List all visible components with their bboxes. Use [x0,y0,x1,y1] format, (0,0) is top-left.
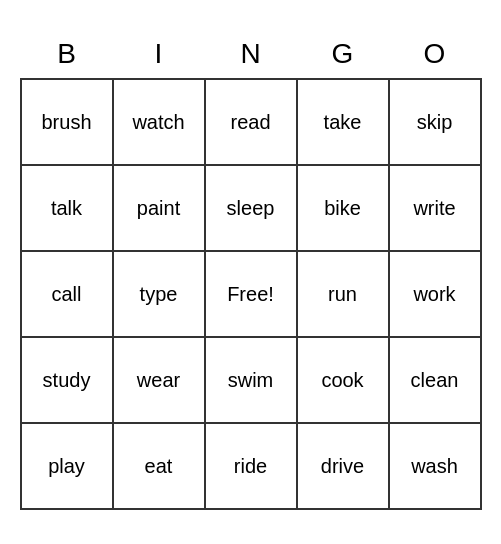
bingo-cell: cook [298,338,390,424]
bingo-row: brushwatchreadtakeskip [22,80,482,166]
bingo-cell: study [22,338,114,424]
bingo-cell: wash [390,424,482,510]
bingo-cell: paint [114,166,206,252]
header-letter: B [21,34,113,78]
bingo-cell: type [114,252,206,338]
bingo-header: BINGO [21,34,481,78]
bingo-row: talkpaintsleepbikewrite [22,166,482,252]
bingo-cell: run [298,252,390,338]
bingo-cell: sleep [206,166,298,252]
bingo-cell: ride [206,424,298,510]
bingo-row: studywearswimcookclean [22,338,482,424]
bingo-cell: clean [390,338,482,424]
bingo-cell: watch [114,80,206,166]
bingo-cell: skip [390,80,482,166]
bingo-row: playeatridedrivewash [22,424,482,510]
header-letter: G [297,34,389,78]
bingo-cell: swim [206,338,298,424]
bingo-cell: wear [114,338,206,424]
bingo-cell: bike [298,166,390,252]
bingo-cell: take [298,80,390,166]
bingo-cell: talk [22,166,114,252]
bingo-cell: eat [114,424,206,510]
bingo-cell: work [390,252,482,338]
bingo-cell: drive [298,424,390,510]
bingo-row: calltypeFree!runwork [22,252,482,338]
header-letter: N [205,34,297,78]
bingo-cell: Free! [206,252,298,338]
bingo-grid: brushwatchreadtakeskiptalkpaintsleepbike… [20,78,482,510]
header-letter: O [389,34,481,78]
bingo-card: BINGO brushwatchreadtakeskiptalkpaintsle… [10,24,492,520]
bingo-cell: play [22,424,114,510]
bingo-cell: call [22,252,114,338]
bingo-cell: write [390,166,482,252]
bingo-cell: read [206,80,298,166]
header-letter: I [113,34,205,78]
bingo-cell: brush [22,80,114,166]
